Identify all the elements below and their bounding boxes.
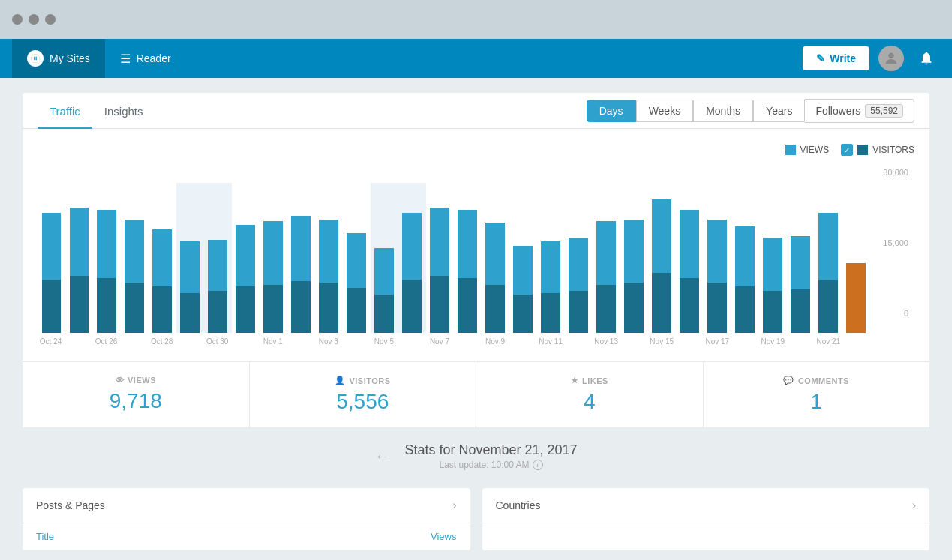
bar-group-7[interactable] bbox=[232, 183, 260, 333]
info-icon[interactable]: i bbox=[533, 460, 543, 470]
bar-group-4[interactable] bbox=[149, 183, 176, 333]
avatar[interactable] bbox=[878, 46, 904, 71]
bar-group-3[interactable] bbox=[121, 183, 149, 333]
reader-icon: ☰ bbox=[120, 52, 131, 66]
countries-panel-header[interactable]: Countries › bbox=[482, 488, 930, 523]
bar-group-28[interactable] bbox=[814, 183, 842, 333]
bar-views bbox=[180, 241, 200, 293]
bar-group-22[interactable] bbox=[647, 183, 675, 333]
countries-panel-title: Countries bbox=[496, 499, 541, 511]
bar-views bbox=[70, 208, 89, 276]
bar-group-12[interactable] bbox=[371, 183, 398, 333]
stat-visitors: 👤 VISITORS 5,556 bbox=[250, 362, 477, 427]
bar-group-23[interactable] bbox=[675, 183, 703, 333]
date-subtitle-text: Last update: 10:00 AM bbox=[439, 460, 529, 470]
posts-panel: Posts & Pages › Title Views bbox=[23, 488, 470, 550]
bar-group-11[interactable] bbox=[343, 183, 371, 333]
legend-visitors-label: VISITORS bbox=[872, 145, 914, 155]
back-button[interactable]: ← bbox=[374, 448, 389, 465]
bar-stack bbox=[97, 210, 116, 333]
bar-stack bbox=[735, 226, 755, 333]
mysites-label: My Sites bbox=[50, 52, 90, 64]
bar-group-13[interactable] bbox=[398, 183, 426, 333]
bar-visitors bbox=[763, 291, 782, 333]
traffic-light-red bbox=[12, 14, 23, 25]
x-label-3 bbox=[121, 337, 147, 346]
bar-group-16[interactable] bbox=[482, 183, 509, 333]
bar-group-14[interactable] bbox=[426, 183, 454, 333]
posts-col-title: Title bbox=[36, 531, 54, 542]
bar-group-1[interactable] bbox=[65, 183, 93, 333]
bar-stack bbox=[319, 220, 338, 333]
period-days-button[interactable]: Days bbox=[587, 100, 636, 122]
visitors-check: ✓ bbox=[841, 144, 853, 156]
reader-button[interactable]: ☰ Reader bbox=[105, 39, 186, 78]
bar-visitors bbox=[236, 286, 255, 333]
bar-views bbox=[125, 220, 144, 283]
period-weeks-button[interactable]: Weeks bbox=[636, 100, 694, 122]
bar-stack bbox=[791, 236, 810, 333]
bar-group-26[interactable] bbox=[758, 183, 786, 333]
likes-stat-value: 4 bbox=[491, 390, 688, 414]
chart-x-labels: Oct 24Oct 26Oct 28Oct 30Nov 1Nov 3Nov 5N… bbox=[38, 337, 869, 346]
visitors-person-icon: 👤 bbox=[335, 376, 346, 385]
x-label-12: Nov 5 bbox=[371, 337, 397, 346]
bar-stack bbox=[763, 238, 782, 333]
bar-group-27[interactable] bbox=[786, 183, 814, 333]
period-years-button[interactable]: Years bbox=[753, 100, 805, 122]
x-label-17 bbox=[510, 337, 536, 346]
countries-panel: Countries › bbox=[482, 488, 930, 550]
bar-stack bbox=[402, 213, 422, 333]
bar-group-15[interactable] bbox=[454, 183, 482, 333]
followers-button[interactable]: Followers 55,592 bbox=[805, 99, 914, 123]
mysites-button[interactable]: My Sites bbox=[12, 39, 105, 78]
bar-group-20[interactable] bbox=[592, 183, 620, 333]
x-label-9 bbox=[287, 337, 314, 346]
tab-insights[interactable]: Insights bbox=[92, 93, 155, 129]
bar-stack bbox=[152, 229, 172, 333]
bar-stack bbox=[291, 216, 311, 333]
bar-group-21[interactable] bbox=[620, 183, 647, 333]
bar-visitors bbox=[818, 280, 838, 333]
bar-group-0[interactable] bbox=[38, 183, 65, 333]
bar-group-10[interactable] bbox=[315, 183, 343, 333]
bar-group-17[interactable] bbox=[509, 183, 536, 333]
bar-group-29[interactable] bbox=[842, 183, 869, 333]
tab-traffic[interactable]: Traffic bbox=[38, 93, 92, 129]
bar-group-5[interactable] bbox=[176, 183, 204, 333]
posts-col-views: Views bbox=[431, 531, 456, 542]
comments-stat-label: COMMENTS bbox=[798, 376, 849, 385]
bar-group-24[interactable] bbox=[703, 183, 731, 333]
stat-views: 👁 VIEWS 9,718 bbox=[23, 362, 250, 427]
notifications-icon[interactable] bbox=[913, 45, 940, 72]
bar-stack bbox=[236, 225, 255, 333]
write-button[interactable]: ✎ Write bbox=[803, 46, 869, 70]
x-label-20: Nov 13 bbox=[593, 337, 620, 346]
bar-views bbox=[347, 233, 366, 288]
write-label: Write bbox=[830, 52, 856, 64]
date-title: Stats for November 21, 2017 bbox=[404, 442, 577, 458]
bar-views bbox=[374, 248, 394, 295]
bar-visitors bbox=[152, 286, 172, 333]
period-months-button[interactable]: Months bbox=[693, 100, 753, 122]
bar-visitors bbox=[735, 286, 755, 333]
bar-group-25[interactable] bbox=[731, 183, 758, 333]
bar-group-6[interactable] bbox=[204, 183, 232, 333]
bar-stack bbox=[485, 223, 505, 333]
x-label-15 bbox=[454, 337, 480, 346]
x-label-22: Nov 15 bbox=[649, 337, 675, 346]
bar-visitors bbox=[707, 283, 727, 333]
bar-views bbox=[818, 213, 838, 280]
bar-group-2[interactable] bbox=[93, 183, 121, 333]
posts-panel-cols: Title Views bbox=[23, 523, 470, 550]
bar-group-8[interactable] bbox=[260, 183, 287, 333]
legend-visitors: ✓ VISITORS bbox=[841, 144, 914, 156]
date-section: ← Stats for November 21, 2017 Last updat… bbox=[23, 427, 929, 485]
bar-views bbox=[42, 213, 62, 280]
bar-group-9[interactable] bbox=[287, 183, 315, 333]
posts-panel-header[interactable]: Posts & Pages › bbox=[23, 488, 470, 523]
bar-views bbox=[596, 221, 616, 285]
bar-group-18[interactable] bbox=[536, 183, 564, 333]
bar-group-19[interactable] bbox=[564, 183, 592, 333]
bar-visitors bbox=[680, 278, 699, 333]
